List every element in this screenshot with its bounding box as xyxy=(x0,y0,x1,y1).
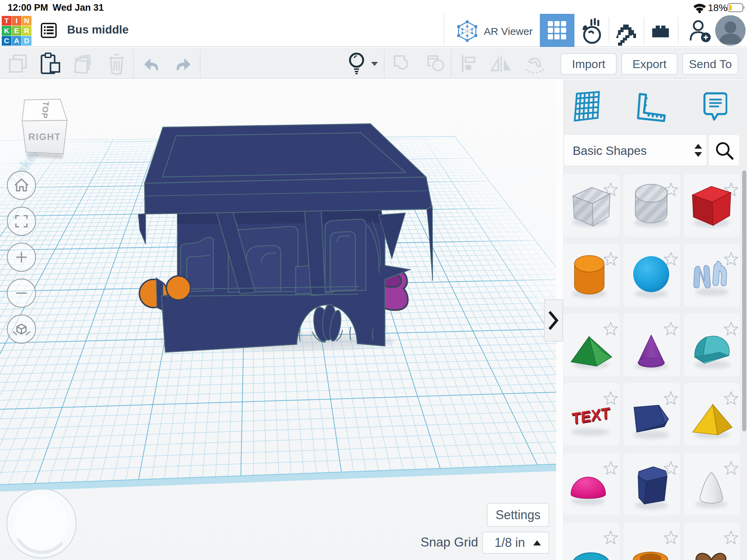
svg-text:18%: 18% xyxy=(708,2,727,13)
svg-text:RIGHT: RIGHT xyxy=(28,132,61,142)
svg-text:TOP: TOP xyxy=(40,101,50,119)
svg-text:TEXT: TEXT xyxy=(572,404,610,427)
